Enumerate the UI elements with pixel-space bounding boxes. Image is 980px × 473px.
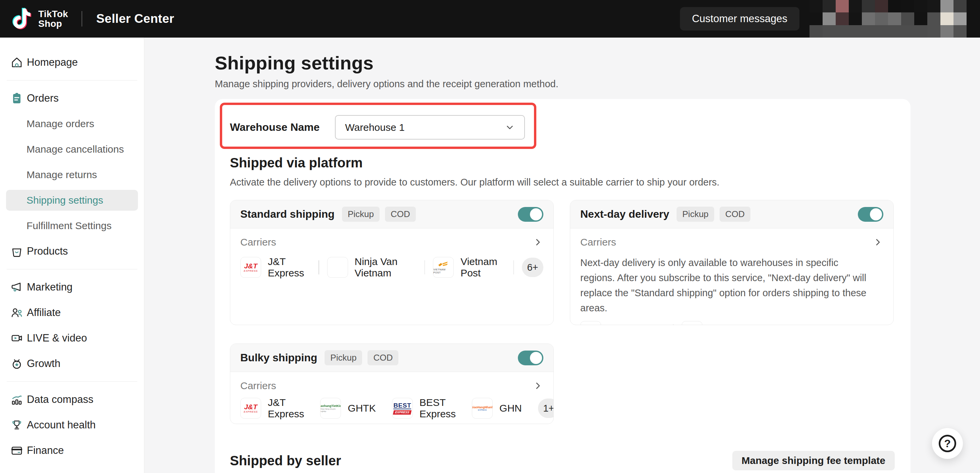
sidebar-item-manage-returns[interactable]: Manage returns xyxy=(0,162,144,187)
standard-shipping-toggle[interactable] xyxy=(518,207,543,222)
manage-shipping-fee-template-button[interactable]: Manage shipping fee template xyxy=(732,451,895,470)
cod-tag: COD xyxy=(368,350,398,365)
carrier-list: J&T EXPRESS J&T Express Ninja Van Vietna… xyxy=(240,256,543,279)
vietnam-post-glyph xyxy=(438,261,449,267)
sidebar-item-fulfillment-settings[interactable]: Fulfillment Settings xyxy=(0,213,144,238)
carrier-logo-ghn: GiaoHangNhanh EXPRESS xyxy=(472,398,493,419)
next-day-delivery-toggle[interactable] xyxy=(858,207,883,222)
mosaic-cell xyxy=(914,0,927,13)
shipped-via-platform-subtitle: Activate the delivery options to provide… xyxy=(230,177,719,188)
mosaic-cell xyxy=(888,25,901,38)
tiktok-shop-logo[interactable]: TikTok Shop xyxy=(11,6,68,31)
best-logo-text: BEST xyxy=(393,402,411,409)
card-title: Bulky shipping xyxy=(240,352,317,364)
home-icon xyxy=(10,55,24,70)
sidebar-item-orders[interactable]: Orders xyxy=(0,86,144,111)
chevron-right-icon xyxy=(533,237,543,248)
sidebar-divider xyxy=(7,381,137,382)
sidebar-item-products[interactable]: Products xyxy=(0,238,144,264)
mosaic-cell xyxy=(849,0,862,13)
card-header: Next-day delivery Pickup COD xyxy=(570,200,893,229)
mosaic-cell xyxy=(849,25,862,38)
carriers-header[interactable]: Carriers xyxy=(240,236,543,248)
ghn-logo-text: GiaoHangNhanh xyxy=(472,406,493,409)
chevron-down-icon xyxy=(505,122,515,132)
sidebar-item-growth[interactable]: Growth xyxy=(0,351,144,376)
chevron-right-icon xyxy=(873,237,883,248)
carriers-header[interactable]: Carriers xyxy=(580,236,883,248)
sidebar-item-shipping-settings[interactable]: Shipping settings xyxy=(6,190,138,211)
carrier-name: J&T Express xyxy=(268,397,304,420)
more-carriers-badge[interactable]: 6+ xyxy=(522,258,543,277)
shipped-via-platform-title: Shipped via platform xyxy=(230,155,363,170)
brand-wordmark: TikTok Shop xyxy=(38,9,68,29)
mosaic-cell xyxy=(862,0,875,13)
topbar-divider xyxy=(81,11,82,27)
card-header: Standard shipping Pickup COD xyxy=(230,200,554,229)
mosaic-cell xyxy=(849,13,862,25)
carrier-logo-jt-express: J&T EXPRESS xyxy=(240,398,261,419)
card-body: Carriers Next-day delivery is only avail… xyxy=(570,229,893,325)
settings-panel: Warehouse Name Warehouse 1 Shipped via p… xyxy=(215,99,910,473)
card-body: Carriers J&T EXPRESS J&T Express Ninja V… xyxy=(230,229,554,287)
warehouse-select[interactable]: Warehouse 1 xyxy=(335,115,525,140)
carrier-logo-best-express: BEST EXPRESS xyxy=(682,321,702,325)
jt-logo-subtext: EXPRESS xyxy=(243,410,258,413)
sidebar-item-homepage[interactable]: Homepage xyxy=(0,50,144,75)
mosaic-cell xyxy=(927,25,940,38)
sidebar-item-account-health[interactable]: Account health xyxy=(0,412,144,438)
more-carriers-badge[interactable]: 1+ xyxy=(538,398,554,418)
mosaic-cell xyxy=(822,13,836,25)
sidebar-divider xyxy=(7,80,137,81)
mosaic-cell xyxy=(927,0,940,13)
mosaic-cell xyxy=(836,13,849,25)
bulky-shipping-toggle[interactable] xyxy=(518,351,543,365)
sidebar-item-finance[interactable]: Finance xyxy=(0,438,144,463)
brand-line1: TikTok xyxy=(38,9,68,19)
mosaic-cell xyxy=(875,0,888,13)
privacy-mosaic xyxy=(810,0,967,38)
orders-icon xyxy=(10,91,24,106)
bulky-shipping-card: Bulky shipping Pickup COD Carriers J&T E… xyxy=(230,343,554,424)
sidebar-item-manage-cancellations[interactable]: Manage cancellations xyxy=(0,137,144,162)
sidebar-item-manage-orders[interactable]: Manage orders xyxy=(0,111,144,137)
mosaic-cell xyxy=(914,25,927,38)
carrier-separator xyxy=(673,324,674,325)
chevron-right-icon xyxy=(533,380,543,391)
next-day-delivery-description: Next-day delivery is only available to w… xyxy=(580,255,876,316)
mosaic-cell xyxy=(927,13,940,25)
standard-shipping-card: Standard shipping Pickup COD Carriers J&… xyxy=(230,200,554,325)
mosaic-cell xyxy=(822,25,836,38)
warehouse-row: Warehouse Name Warehouse 1 xyxy=(230,115,525,140)
customer-messages-button[interactable]: Customer messages xyxy=(680,7,799,30)
jt-logo-text: J&T xyxy=(244,403,258,410)
pickup-tag: Pickup xyxy=(676,206,714,222)
next-day-delivery-card: Next-day delivery Pickup COD Carriers Ne… xyxy=(570,200,894,325)
mosaic-cell xyxy=(810,0,822,13)
trophy-icon xyxy=(10,417,24,432)
sidebar-item-live-video[interactable]: LIVE & video xyxy=(0,325,144,351)
sidebar-nav: Homepage Orders Manage orders Manage can… xyxy=(0,38,144,473)
mosaic-cell xyxy=(875,25,888,38)
sidebar-item-label: Orders xyxy=(27,92,59,104)
sidebar-item-label: Data compass xyxy=(27,394,93,406)
carrier-logo-vietnam-post: VIETNAM POST xyxy=(433,257,454,278)
sidebar-item-data-compass[interactable]: Data compass xyxy=(0,387,144,412)
carrier-logo-best-express: BEST EXPRESS xyxy=(392,398,413,419)
carrier-name: Ninja Van Vietnam xyxy=(355,256,417,279)
sidebar-item-marketing[interactable]: Marketing xyxy=(0,275,144,300)
mosaic-cell xyxy=(862,13,875,25)
carrier-name: J&T Express xyxy=(268,256,310,279)
carriers-header[interactable]: Carriers xyxy=(240,380,543,392)
mosaic-cell xyxy=(953,25,967,38)
ghtk-logo-text: GiaohangTietKiem xyxy=(320,404,341,408)
carrier-logo-jt-express: J&T EXPRESS xyxy=(580,321,601,325)
help-button[interactable]: ? xyxy=(932,428,963,459)
page-subtitle: Manage shipping providers, delivery opti… xyxy=(215,78,980,90)
carrier-list: J&T EXPRESS J&T Express GiaohangTietKiem… xyxy=(240,397,543,420)
sidebar-item-affiliate[interactable]: Affiliate xyxy=(0,300,144,325)
carriers-label: Carriers xyxy=(240,236,276,248)
bulky-row: Bulky shipping Pickup COD Carriers J&T E… xyxy=(230,343,554,424)
card-header: Bulky shipping Pickup COD xyxy=(230,344,554,372)
sidebar-item-label: Account health xyxy=(27,419,95,431)
